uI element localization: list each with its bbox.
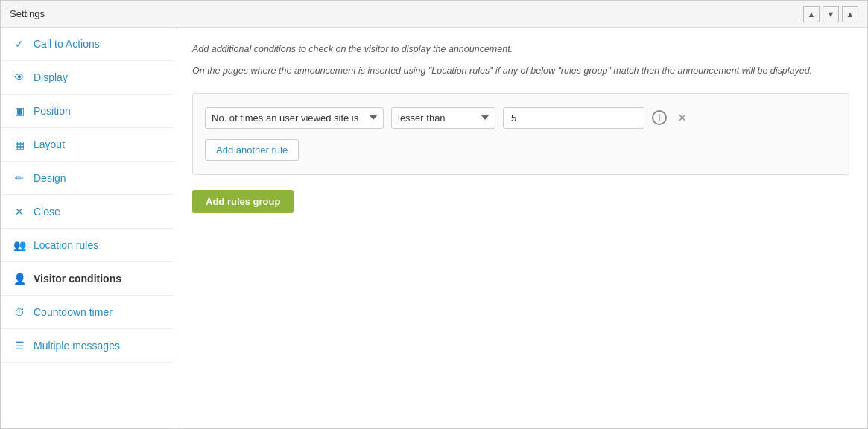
sidebar-item-countdown-timer[interactable]: ⏱ Countdown timer	[1, 296, 174, 329]
messages-icon: ☰	[13, 340, 26, 352]
sidebar-label-multiple-messages: Multiple messages	[34, 340, 120, 352]
sidebar-label-countdown-timer: Countdown timer	[34, 306, 113, 318]
sidebar-item-call-to-actions[interactable]: ✓ Call to Actions	[1, 28, 174, 61]
settings-window: Settings ▲ ▼ ▲ ✓ Call to Actions 👁 Displ…	[0, 0, 868, 429]
main-panel: Add additional conditions to check on th…	[174, 28, 867, 428]
window-title: Settings	[10, 8, 45, 19]
content-area: ✓ Call to Actions 👁 Display ▣ Position ▦…	[1, 28, 867, 428]
sidebar-item-multiple-messages[interactable]: ☰ Multiple messages	[1, 329, 174, 363]
window-down-button[interactable]: ▼	[823, 6, 839, 22]
sidebar-item-design[interactable]: ✏ Design	[1, 162, 174, 195]
close-icon: ✕	[13, 206, 26, 217]
sidebar-item-position[interactable]: ▣ Position	[1, 95, 174, 128]
description1: Add additional conditions to check on th…	[192, 42, 849, 57]
add-another-rule-button[interactable]: Add another rule	[205, 139, 299, 161]
clock-icon: ⏱	[13, 306, 26, 318]
sidebar-label-location-rules: Location rules	[34, 239, 98, 251]
operator-select[interactable]: lesser than greater than equal to	[391, 107, 495, 129]
sidebar-item-location-rules[interactable]: 👥 Location rules	[1, 229, 174, 262]
sidebar-label-position: Position	[34, 105, 71, 117]
sidebar-label-display: Display	[34, 72, 68, 83]
position-icon: ▣	[13, 105, 26, 117]
rules-group: No. of times an user viewed site is No. …	[192, 93, 849, 175]
condition-select[interactable]: No. of times an user viewed site is No. …	[205, 107, 384, 129]
window-up-button[interactable]: ▲	[803, 6, 820, 22]
add-rules-group-button[interactable]: Add rules group	[192, 190, 294, 213]
eye-icon: 👁	[13, 72, 26, 83]
person-icon: 👤	[13, 273, 26, 285]
layout-icon: ▦	[13, 139, 26, 150]
sidebar-item-visitor-conditions[interactable]: 👤 Visitor conditions	[1, 262, 174, 296]
check-icon: ✓	[13, 38, 26, 50]
rule-row: No. of times an user viewed site is No. …	[205, 107, 837, 129]
sidebar-label-call-to-actions: Call to Actions	[34, 38, 100, 50]
window-controls: ▲ ▼ ▲	[803, 6, 858, 22]
sidebar: ✓ Call to Actions 👁 Display ▣ Position ▦…	[1, 28, 174, 428]
description2: On the pages where the announcement is i…	[192, 64, 849, 78]
sidebar-label-design: Design	[34, 172, 66, 184]
pencil-icon: ✏	[13, 172, 26, 184]
rule-value-input[interactable]	[503, 107, 644, 129]
window-collapse-button[interactable]: ▲	[842, 6, 858, 22]
sidebar-item-display[interactable]: 👁 Display	[1, 61, 174, 95]
sidebar-label-close: Close	[34, 206, 60, 217]
info-icon[interactable]: i	[652, 110, 667, 125]
remove-rule-button[interactable]: ✕	[674, 111, 690, 125]
sidebar-label-layout: Layout	[34, 139, 65, 150]
location-icon: 👥	[13, 239, 26, 251]
title-bar: Settings ▲ ▼ ▲	[1, 1, 867, 28]
sidebar-item-layout[interactable]: ▦ Layout	[1, 128, 174, 162]
sidebar-label-visitor-conditions: Visitor conditions	[34, 273, 121, 285]
sidebar-item-close[interactable]: ✕ Close	[1, 195, 174, 229]
